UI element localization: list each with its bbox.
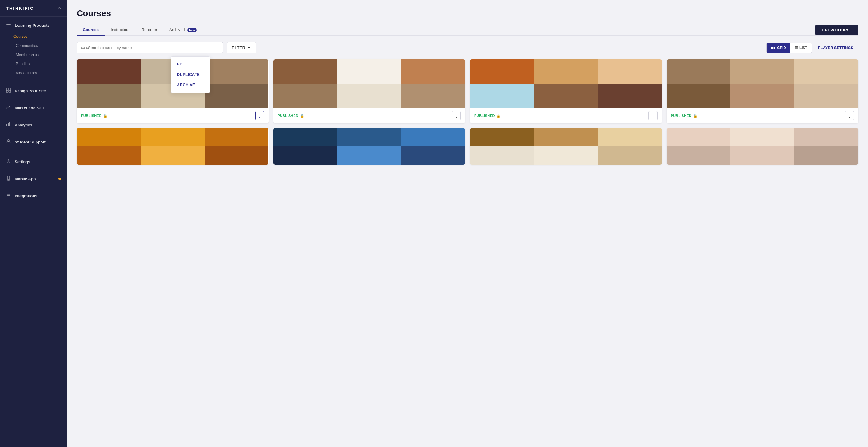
sidebar-item-design-label: Design Your Site [14,89,46,93]
course-thumbnail-2 [274,59,465,108]
sidebar-item-integrations[interactable]: Integrations [0,189,67,202]
context-menu-duplicate[interactable]: DUPLICATE [171,69,210,80]
sidebar-sub-memberships[interactable]: Memberships [0,50,67,59]
integrations-icon [6,193,11,199]
search-icon: ●●● [81,45,88,50]
sidebar-item-market-label: Market and Sell [14,106,43,110]
archived-new-badge: New [187,28,197,32]
svg-rect-3 [6,88,8,90]
global-search-icon[interactable]: ○ [58,5,61,11]
player-settings-arrow-icon: → [855,46,859,50]
view-toggle: ■■ GRID ☰ LIST [766,43,812,53]
course-status-1: PUBLISHED 🔒 [81,114,108,118]
course-menu-button-1[interactable]: ⋮ [255,111,265,120]
course-thumbnail-7 [470,128,662,165]
mobile-app-icon [6,176,11,182]
main-content: Courses Courses Instructors Re-order Arc… [67,0,868,447]
course-card-footer-1: PUBLISHED 🔒 ⋮ [77,108,269,123]
sidebar-sub-video-library[interactable]: Video library [0,68,67,78]
list-view-button[interactable]: ☰ LIST [790,43,812,53]
svg-rect-2 [6,26,9,27]
lock-icon-3: 🔒 [496,114,501,118]
tab-courses[interactable]: Courses [77,24,105,36]
sidebar-logo: THINKIFIC ○ [0,0,67,17]
sidebar-item-analytics[interactable]: Analytics [0,118,67,132]
context-menu-edit[interactable]: EDIT [171,59,210,69]
svg-rect-0 [6,23,11,24]
sidebar-section-mobile: Mobile App [0,170,67,187]
svg-rect-6 [9,90,11,92]
sidebar-item-settings-label: Settings [14,160,30,164]
sidebar-item-integrations-label: Integrations [14,194,37,198]
settings-icon [6,159,11,165]
course-menu-button-3[interactable]: ⋮ [648,111,657,120]
lock-icon-4: 🔒 [693,114,698,118]
course-thumbnail-6 [274,128,465,165]
course-thumbnail-4 [667,59,859,108]
tabs-bar: Courses Instructors Re-order Archived Ne… [77,24,858,36]
course-status-3: PUBLISHED 🔒 [474,114,501,118]
new-course-button[interactable]: + NEW COURSE [815,25,858,35]
filter-chevron-icon: ▼ [247,45,251,50]
sidebar-section-learning: Learning Products Courses Communities Me… [0,17,67,79]
sidebar-item-market-sell[interactable]: Market and Sell [0,101,67,115]
sidebar-sub-communities[interactable]: Communities [0,41,67,50]
lock-icon-1: 🔒 [103,114,108,118]
tab-archived[interactable]: Archived New [163,24,203,36]
sidebar-item-student-support-label: Student Support [14,140,46,144]
course-card-7 [470,128,662,165]
main-area: Courses Courses Instructors Re-order Arc… [67,0,868,447]
toolbar: ●●● FILTER ▼ ■■ GRID ☰ LIST PLAYER SETTI… [77,42,858,53]
page-title: Courses [77,8,858,18]
lock-icon-2: 🔒 [300,114,305,118]
course-menu-button-2[interactable]: ⋮ [452,111,461,120]
market-icon [6,105,11,111]
course-card-2: PUBLISHED 🔒 ⋮ [274,59,465,123]
sidebar-section-integrations: Integrations [0,187,67,204]
course-card-footer-4: PUBLISHED 🔒 ⋮ [667,108,859,123]
grid-view-button[interactable]: ■■ GRID [767,43,790,53]
course-thumbnail-8 [667,128,859,165]
svg-rect-8 [8,123,9,126]
sidebar-section-settings: Settings [0,153,67,170]
tabs-left: Courses Instructors Re-order Archived Ne… [77,24,203,35]
sidebar-item-design-your-site[interactable]: Design Your Site [0,84,67,97]
course-status-2: PUBLISHED 🔒 [278,114,305,118]
sidebar-item-mobile-app[interactable]: Mobile App [0,172,67,186]
sidebar-divider-2 [0,152,67,152]
sidebar-item-student-support[interactable]: Student Support [0,135,67,149]
course-card-6 [274,128,465,165]
course-card-footer-2: PUBLISHED 🔒 ⋮ [274,108,465,123]
course-menu-button-4[interactable]: ⋮ [845,111,854,120]
course-card-4: PUBLISHED 🔒 ⋮ [667,59,859,123]
svg-rect-9 [9,122,10,126]
svg-rect-7 [6,124,7,126]
context-menu-archive[interactable]: ARCHIVE [171,80,210,90]
analytics-icon [6,122,11,128]
sidebar-sub-bundles[interactable]: Bundles [0,59,67,68]
sidebar-section-market: Market and Sell [0,99,67,116]
svg-point-13 [8,179,9,180]
sidebar-sub-courses[interactable]: Courses [0,32,67,41]
sidebar-section-design: Design Your Site [0,82,67,99]
sidebar-item-settings[interactable]: Settings [0,155,67,168]
search-input[interactable] [77,42,223,53]
sidebar-section-student-support: Student Support [0,133,67,151]
svg-rect-1 [6,24,11,25]
list-icon: ☰ [795,46,798,50]
sidebar-section-analytics: Analytics [0,116,67,133]
course-card-8 [667,128,859,165]
course-card-footer-3: PUBLISHED 🔒 ⋮ [470,108,662,123]
filter-button[interactable]: FILTER ▼ [226,42,256,53]
logo-text: THINKIFIC [6,6,34,11]
tab-reorder[interactable]: Re-order [135,24,163,36]
student-support-icon [6,139,11,145]
player-settings-link[interactable]: PLAYER SETTINGS → [818,46,858,50]
tab-instructors[interactable]: Instructors [105,24,135,36]
context-menu: EDIT DUPLICATE ARCHIVE [170,56,210,93]
sidebar-item-learning-products[interactable]: Learning Products [0,19,67,32]
svg-point-10 [8,139,9,141]
course-status-4: PUBLISHED 🔒 [671,114,698,118]
svg-rect-4 [9,88,11,90]
course-card-3: PUBLISHED 🔒 ⋮ [470,59,662,123]
